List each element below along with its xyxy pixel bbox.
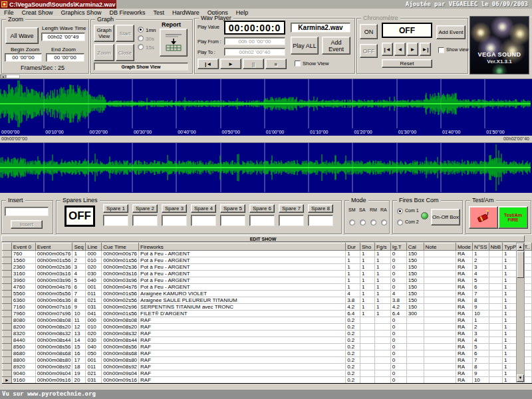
col-event[interactable]: Event [35,243,72,251]
step-forward-button[interactable]: ► [407,43,418,56]
graph-radio-30s[interactable] [138,35,144,41]
table-row[interactable]: 796000h00m07s961004100h00m01s56FILET® D'… [3,311,532,317]
spare-button-8[interactable]: Spare 8 [308,204,333,213]
play-all-button[interactable]: Play ALL [291,37,319,55]
table-vscrollbar[interactable]: ▲ ▼ [516,243,525,382]
table-row[interactable]: 832000h00m08s321302000h00m08s32RAF0.20RA… [3,331,532,337]
graph-close-button[interactable]: Close [116,44,134,61]
stop-button[interactable]: ■ [265,59,287,69]
table-row[interactable]: 868000h00m08s681605000h00m08s68RAF0.20RA… [3,350,532,357]
table-row[interactable]: 716000h00m07s16903100h00m02s96SERPENTINS… [3,304,532,311]
chrono-show-view-checkbox[interactable] [438,47,444,53]
edit-show-table[interactable]: Event 0EventSeqLineCue TimeFireworksDurS… [2,243,532,384]
table-row[interactable]: 844000h00m08s441403000h00m08s44RAF0.20RA… [3,337,532,344]
col-ig-t[interactable]: Ig.T [390,243,406,251]
chrono-on-button[interactable]: ON [360,24,378,39]
pause-button[interactable]: || [243,59,264,69]
table-row[interactable]: 396000h00m03s96504000h00m03s96Pot à Feu … [3,277,532,284]
spare-button-1[interactable]: Spare 1 [103,204,128,213]
graph-view-button[interactable]: Graph View [94,25,114,42]
row-selector[interactable] [3,291,12,297]
test-am-fire-button[interactable]: Test/Am FIRE [498,206,528,229]
scroll-thumb[interactable] [517,251,524,278]
col-dur[interactable]: Dur [346,243,360,251]
table-row[interactable]: 556000h00m05s56701100h00m01s56Araignée K… [3,291,532,297]
row-selector[interactable] [3,350,12,357]
spare-button-6[interactable]: Spare 6 [249,204,275,213]
table-row[interactable]: 904000h00m09s041902100h00m09s04RAF0.20RA… [3,370,532,377]
col-seq[interactable]: Seq [72,243,86,251]
spare-field-7[interactable] [279,215,304,226]
wav-show-view-checkbox[interactable] [295,61,301,66]
col-n-ss[interactable]: N°SS [472,243,489,251]
row-selector[interactable] [3,337,12,344]
skip-end-button[interactable]: ►| [420,43,431,56]
row-selector[interactable] [3,271,12,277]
spare-field-8[interactable] [308,215,333,226]
spare-field-4[interactable] [191,215,216,226]
menu-test[interactable]: Test [150,9,169,17]
begin-zoom-field[interactable]: 00 '00''00 [5,53,42,62]
row-selector[interactable] [3,277,12,284]
chrono-off-button[interactable]: OFF [360,44,378,58]
table-row[interactable]: 316000h00m03s16403000h00m03s16Pot à Feu … [3,271,532,277]
col-sho[interactable]: Sho [360,243,375,251]
row-selector[interactable] [3,324,12,331]
play-from-field[interactable]: 00h 00 '00''00 [224,37,285,45]
step-back-button[interactable]: ◄ [394,43,406,56]
rewind-button[interactable]: |◄ [198,59,219,69]
on-off-box-button[interactable]: On-Off Box [431,209,460,225]
com1-radio[interactable] [397,208,403,214]
table-row[interactable]: 820000h00m08s201201000h00m08s20RAF0.20RA… [3,324,532,331]
scroll-down-icon[interactable]: ▼ [517,374,524,382]
spare-field-2[interactable] [132,215,158,226]
spare-button-4[interactable]: Spare 4 [191,204,216,213]
col-fireworks[interactable]: Fireworks [139,243,346,251]
col-cal[interactable]: Cal [406,243,424,251]
menu-help[interactable]: Help [232,9,253,17]
end-zoom-field[interactable]: 00 '00''00 [46,53,84,62]
play-to-field[interactable]: 00h02 '00''40 [224,48,285,56]
length-wave-time-field[interactable]: 00h02 '00''49 [41,33,85,41]
row-selector[interactable]: ► [3,377,12,384]
row-selector[interactable] [3,251,12,257]
spare-field-3[interactable] [162,215,187,226]
col-cue-time[interactable]: Cue Time [102,243,139,251]
graph-radio-15s[interactable] [138,44,144,50]
spare-field-5[interactable] [220,215,245,226]
row-selector[interactable] [3,331,12,337]
com2-radio[interactable] [397,219,403,225]
graph-zoom-button[interactable]: Zoom [94,44,114,61]
menu-hardware[interactable]: HardWare [168,9,203,17]
insert-button[interactable]: Insert [11,220,43,229]
chrono-add-event-button[interactable]: Add Event [436,25,466,39]
graph-show-view-bar[interactable]: Graph Show View [94,63,188,70]
spare-button-7[interactable]: Spare 7 [279,204,304,213]
row-selector[interactable] [3,257,12,264]
row-selector[interactable] [3,284,12,291]
col-line[interactable]: Line [86,243,102,251]
row-selector[interactable] [3,297,12,304]
row-selector[interactable] [3,357,12,364]
mode-radio-SA[interactable] [360,219,366,225]
test-am-arm-button[interactable] [469,206,498,229]
spare-button-5[interactable]: Spare 5 [220,204,245,213]
row-selector[interactable] [3,317,12,324]
graph-start-button[interactable]: Start [116,25,134,42]
spare-button-2[interactable]: Spare 2 [132,204,158,213]
chrono-reset-button[interactable]: Reset [382,59,432,68]
table-row[interactable]: 76000h00m00s76100000h00m00s76Pot à Feu -… [3,251,532,257]
graph-radio-1mn[interactable] [138,27,144,33]
wav-add-event-button[interactable]: Add Event [322,37,350,55]
col-nbb[interactable]: NbB [489,243,503,251]
table-row[interactable]: 476000h00m04s76600100h00m04s76Pot à Feu … [3,284,532,291]
spare-field-6[interactable] [249,215,275,226]
row-selector[interactable] [3,311,12,317]
table-row[interactable]: 636000h00m06s36802100h00m02s56Araignée S… [3,297,532,304]
scroll-up-icon[interactable]: ▲ [517,243,524,251]
report-button[interactable] [160,29,188,57]
table-row[interactable]: ►916000h00m09s162003100h00m09s16RAF0.20R… [3,377,532,384]
table-row[interactable]: 880000h00m08s801700100h00m08s80RAF0.20RA… [3,357,532,364]
col-mode[interactable]: Mode [456,243,472,251]
spare-field-1[interactable] [103,215,128,226]
